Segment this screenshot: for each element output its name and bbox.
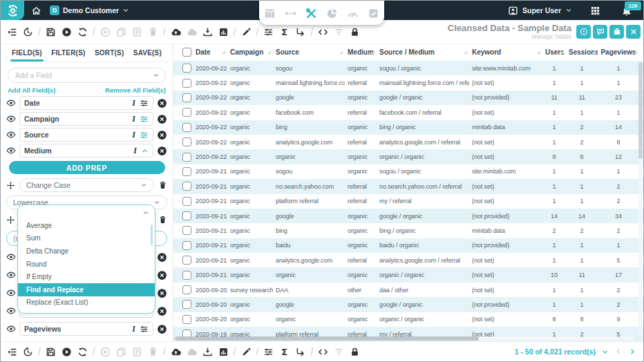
cloud-upload-icon[interactable] xyxy=(171,345,181,358)
chart-icon[interactable] xyxy=(218,345,229,358)
cloud-upload-icon[interactable] xyxy=(171,26,181,38)
info-button[interactable] xyxy=(576,25,591,39)
previous-page-icon[interactable] xyxy=(614,347,623,356)
row-checkbox[interactable] xyxy=(182,108,191,117)
dropdown-option[interactable]: Replace (Exact List) xyxy=(18,296,155,309)
field-settings-icon[interactable] xyxy=(140,325,149,334)
chevron-down-icon[interactable] xyxy=(601,348,609,356)
edit-icon[interactable] xyxy=(241,345,252,358)
italic-format-icon[interactable]: I xyxy=(132,114,135,124)
customer-selector[interactable]: D Demo Customer xyxy=(50,6,129,15)
dropdown-header[interactable] xyxy=(18,205,155,219)
remove-field-icon[interactable] xyxy=(157,98,167,108)
flow-icon[interactable] xyxy=(285,8,296,19)
row-checkbox[interactable] xyxy=(182,285,191,294)
eye-icon[interactable] xyxy=(6,324,16,334)
module-tasks-icon[interactable] xyxy=(368,6,379,19)
field-settings-icon[interactable] xyxy=(140,115,149,124)
module-columns-icon[interactable] xyxy=(264,6,276,19)
briefcase-button[interactable] xyxy=(609,25,624,39)
column-header-keyword[interactable]: Keyword xyxy=(469,48,542,56)
column-header-sessions[interactable]: Sessions xyxy=(566,48,598,56)
run-icon[interactable] xyxy=(61,345,72,358)
dropdown-option[interactable]: Round xyxy=(18,258,155,271)
italic-format-icon[interactable]: I xyxy=(132,130,135,140)
row-checkbox[interactable] xyxy=(182,137,191,146)
row-checkbox[interactable] xyxy=(182,300,191,309)
row-checkbox[interactable] xyxy=(182,211,191,220)
remove-field-icon[interactable] xyxy=(157,252,167,263)
record-count[interactable]: 1 - 50 of 4,021 record(s) xyxy=(515,347,596,356)
dropdown-option[interactable]: Sum xyxy=(18,232,155,245)
edit-icon[interactable] xyxy=(241,26,252,38)
eye-icon[interactable] xyxy=(6,270,16,280)
prep-list-icon[interactable] xyxy=(7,345,17,358)
eye-icon[interactable] xyxy=(6,98,16,108)
sigma-icon[interactable] xyxy=(279,26,290,38)
row-checkbox[interactable] xyxy=(182,123,191,132)
move-handle-icon[interactable] xyxy=(6,216,15,225)
tab-saves[interactable]: SAVE(S) xyxy=(133,44,162,61)
dropdown-option[interactable]: Find and Replace xyxy=(18,283,155,296)
italic-format-icon[interactable]: I xyxy=(133,146,137,156)
row-checkbox[interactable] xyxy=(182,241,191,250)
column-header-source[interactable]: Source xyxy=(273,48,345,56)
row-checkbox[interactable] xyxy=(182,64,191,73)
row-checkbox[interactable] xyxy=(182,153,191,162)
add-field-select[interactable] xyxy=(8,68,166,83)
row-checkbox[interactable] xyxy=(182,167,191,176)
italic-format-icon[interactable]: I xyxy=(132,324,135,334)
row-checkbox[interactable] xyxy=(182,226,191,235)
lock-icon[interactable] xyxy=(350,345,360,358)
next-page-icon[interactable] xyxy=(628,347,636,356)
remove-field-icon[interactable] xyxy=(157,130,167,140)
horizontal-scrollbar[interactable] xyxy=(175,336,635,341)
remove-field-icon[interactable] xyxy=(157,324,167,334)
vertical-scrollbar[interactable] xyxy=(638,62,643,335)
remove-field-icon[interactable] xyxy=(157,288,167,298)
gauge-icon[interactable] xyxy=(347,8,359,19)
dropdown-option[interactable]: If Empty xyxy=(18,270,155,283)
add-field-input[interactable] xyxy=(14,70,153,80)
notifications-button[interactable]: 129 xyxy=(618,1,642,20)
prep-type-select[interactable]: Change Case xyxy=(19,178,154,192)
user-menu[interactable]: Super User xyxy=(508,6,572,16)
pie-icon[interactable] xyxy=(326,8,338,19)
eye-icon[interactable] xyxy=(6,146,16,155)
tab-sorts[interactable]: SORT(S) xyxy=(95,44,124,61)
module-flow-icon[interactable] xyxy=(285,6,296,19)
remove-field-icon[interactable] xyxy=(157,114,167,124)
column-header-date[interactable]: Date xyxy=(193,48,227,56)
dropdown-option[interactable]: Average xyxy=(18,219,155,232)
eye-icon[interactable] xyxy=(6,114,16,124)
sliders-icon[interactable] xyxy=(263,26,274,38)
row-checkbox[interactable] xyxy=(182,271,191,280)
apps-grid-button[interactable] xyxy=(590,4,600,17)
lock-icon[interactable] xyxy=(350,26,360,38)
columns-icon[interactable] xyxy=(264,8,276,19)
close-button[interactable] xyxy=(626,25,641,39)
tasks-icon[interactable] xyxy=(368,8,379,19)
field-settings-icon[interactable] xyxy=(140,99,149,108)
chevron-up-icon[interactable] xyxy=(141,147,149,155)
module-tools-icon[interactable] xyxy=(305,6,317,19)
dropdown-scrollbar[interactable] xyxy=(151,225,153,245)
chat-button[interactable] xyxy=(593,25,607,39)
history-icon[interactable] xyxy=(23,345,33,358)
row-checkbox[interactable] xyxy=(182,182,191,191)
remove-field-icon[interactable] xyxy=(157,306,167,316)
eye-icon[interactable] xyxy=(6,130,16,140)
move-handle-icon[interactable] xyxy=(6,181,15,190)
refresh-icon[interactable] xyxy=(77,26,88,38)
column-header-campaign[interactable]: Campaign xyxy=(227,48,273,56)
column-header-source-medium[interactable]: Source / Medium xyxy=(377,48,469,56)
column-header-medium[interactable]: Medium xyxy=(345,48,377,56)
add-prep-button[interactable]: ADD PREP xyxy=(9,161,165,174)
module-gauge-icon[interactable] xyxy=(347,6,359,19)
sigma-icon[interactable] xyxy=(279,345,290,358)
branch-icon[interactable] xyxy=(295,345,305,358)
tools-icon[interactable] xyxy=(305,8,317,19)
app-logo-button[interactable] xyxy=(1,1,24,20)
row-checkbox[interactable] xyxy=(182,93,191,102)
home-button[interactable] xyxy=(31,4,41,17)
